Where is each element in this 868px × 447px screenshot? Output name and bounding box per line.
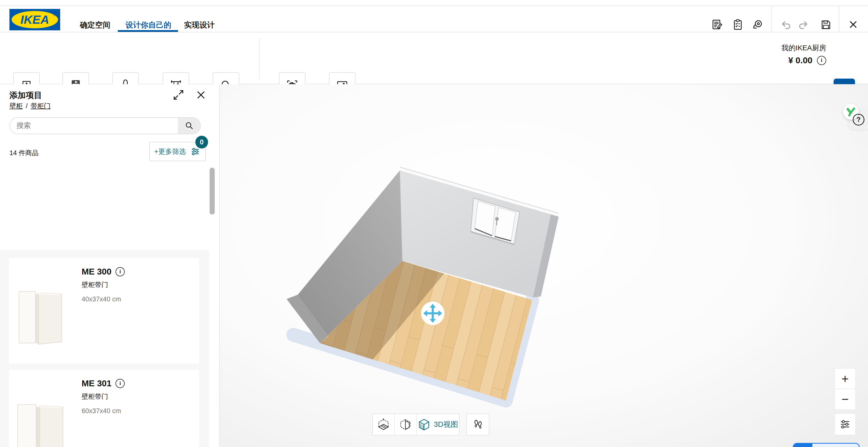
- measuring-tape-icon: [751, 18, 764, 31]
- settings-sliders-icon: [839, 418, 851, 430]
- save-button[interactable]: [818, 17, 833, 32]
- svg-text:®: ®: [53, 13, 56, 17]
- walk-mode-button[interactable]: [466, 414, 489, 436]
- product-info-icon[interactable]: i: [116, 379, 125, 388]
- product-dimensions: 60x37x40 cm: [82, 407, 121, 415]
- zoom-in-button[interactable]: +: [835, 369, 855, 389]
- panel-title: 添加项目: [9, 90, 42, 101]
- 3d-view-label: 3D视图: [434, 419, 458, 430]
- product-info-icon[interactable]: i: [116, 267, 125, 276]
- product-image-me300: [14, 284, 75, 352]
- breadcrumb-separator: /: [26, 102, 28, 110]
- redo-icon: [798, 18, 810, 31]
- search-submit-button[interactable]: [178, 118, 200, 134]
- panel-scrollbar-thumb[interactable]: [210, 168, 215, 215]
- product-name: ME 301: [82, 378, 112, 388]
- view-switcher: 3D视图: [372, 414, 460, 436]
- project-summary: 我的IKEA厨房 ¥ 0.00 i: [781, 43, 826, 65]
- feedback-widget[interactable]: [793, 443, 860, 447]
- design-canvas[interactable]: [220, 84, 868, 447]
- footprints-icon: [471, 418, 484, 431]
- elevation-view-icon: [399, 418, 412, 431]
- product-card-me301[interactable]: ME 301i 壁柜带门 60x37x40 cm: [9, 370, 199, 447]
- move-tool[interactable]: [421, 302, 444, 325]
- 3d-view-button[interactable]: 3D视图: [416, 414, 459, 435]
- notes-button[interactable]: [710, 17, 724, 32]
- panel-close-button[interactable]: [195, 89, 207, 101]
- breadcrumb-wall-cabinets[interactable]: 壁柜: [9, 101, 23, 111]
- breadcrumb-with-doors[interactable]: 带柜门: [31, 101, 51, 111]
- svg-text:IKEA: IKEA: [21, 13, 49, 26]
- feedback-widget-segment: [794, 444, 812, 447]
- plan-view-button[interactable]: [373, 414, 394, 435]
- search-input[interactable]: [10, 118, 178, 133]
- panel-close-icon: [195, 89, 207, 101]
- ikea-logo-graphic: IKEA ®: [9, 9, 60, 30]
- filter-count-badge: 0: [195, 136, 208, 148]
- product-card-me300[interactable]: ME 300i 壁柜带门 40x37x40 cm: [9, 258, 199, 364]
- panel-expand-button[interactable]: [173, 89, 185, 101]
- ikea-logo[interactable]: IKEA ®: [9, 9, 60, 30]
- active-tab-underline: [118, 30, 178, 32]
- view-settings-button[interactable]: [834, 413, 856, 435]
- undo-icon: [779, 18, 791, 31]
- room-3d-view: [220, 84, 868, 447]
- project-price: ¥ 0.00: [788, 55, 812, 65]
- item-list-button[interactable]: [731, 17, 745, 32]
- save-icon: [819, 18, 832, 31]
- tab-design-your-own[interactable]: 设计你自己的: [125, 20, 172, 30]
- notes-icon: [711, 18, 723, 31]
- help-button[interactable]: ?: [853, 114, 864, 125]
- product-category: 壁柜带门: [82, 392, 108, 401]
- product-image-me301: [14, 395, 75, 447]
- clipboard-checklist-icon: [732, 18, 744, 31]
- elevation-view-button[interactable]: [394, 414, 416, 435]
- price-info-icon[interactable]: i: [817, 56, 826, 65]
- add-items-panel: 添加项目 壁柜 / 带柜门 14 件商品 +更多筛选 0: [0, 84, 220, 447]
- product-name: ME 300: [82, 267, 112, 276]
- measure-button[interactable]: [750, 17, 765, 32]
- expand-icon: [173, 89, 185, 101]
- category-toolbar: 柜子 电器 餐厅 厨房附加设施 搜索: [0, 32, 868, 84]
- panel-search: [9, 117, 201, 134]
- tab-define-space[interactable]: 确定空间: [80, 20, 111, 30]
- 3d-view-icon: [417, 418, 431, 431]
- more-filters-label: +更多筛选: [154, 147, 186, 156]
- redo-button[interactable]: [797, 17, 811, 32]
- zoom-out-button[interactable]: −: [835, 389, 855, 409]
- product-list: ME 300i 壁柜带门 40x37x40 cm ME 301i 壁柜带门 60…: [0, 250, 209, 447]
- project-name: 我的IKEA厨房: [781, 43, 826, 53]
- zoom-controls: + −: [834, 368, 856, 410]
- plan-view-icon: [377, 418, 390, 431]
- top-bar: IKEA ® 确定空间 设计你自己的 实现设计: [0, 6, 868, 32]
- close-planner-button[interactable]: [846, 17, 860, 32]
- product-category: 壁柜带门: [82, 280, 108, 289]
- result-count: 14 件商品: [9, 148, 38, 157]
- close-icon: [847, 18, 859, 31]
- tab-realize-design[interactable]: 实现设计: [184, 20, 215, 30]
- product-dimensions: 40x37x40 cm: [82, 295, 121, 303]
- undo-button[interactable]: [778, 17, 792, 32]
- breadcrumb: 壁柜 / 带柜门: [9, 101, 51, 111]
- search-magnifier-icon: [184, 121, 194, 131]
